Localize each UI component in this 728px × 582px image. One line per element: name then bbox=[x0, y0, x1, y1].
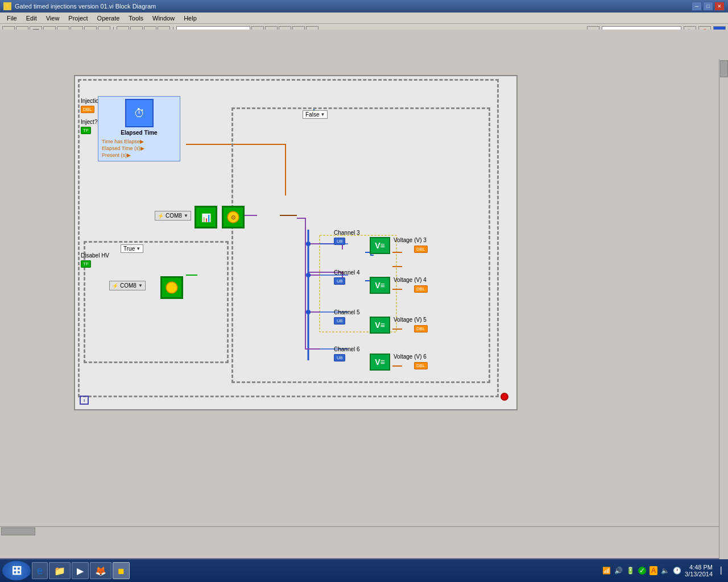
com8-dropdown-2[interactable]: ▼ bbox=[138, 283, 143, 288]
loop-counter-indicator: i bbox=[80, 396, 89, 405]
voltage-6-section: V≡ Voltage (V) 6 DBL bbox=[370, 354, 390, 371]
voltage-4-dbl[interactable]: DBL bbox=[414, 285, 428, 293]
channel-5-label: Channel 5 bbox=[334, 309, 360, 315]
voltage-5-dbl[interactable]: DBL bbox=[414, 325, 428, 332]
block-diagram-canvas[interactable]: i False ▼ Injection Time (s) DBL Inject?… bbox=[74, 75, 518, 410]
disable-hv-node: Disabel HV TF bbox=[81, 252, 109, 267]
firefox-icon: 🦊 bbox=[95, 566, 106, 576]
window-title: Gated timed injections version 01.vi Blo… bbox=[15, 3, 156, 10]
media-icon: ▶ bbox=[77, 566, 84, 576]
scroll-thumb-h[interactable] bbox=[1, 527, 35, 535]
minimize-button[interactable]: ─ bbox=[692, 2, 702, 11]
ie-icon: e bbox=[37, 565, 43, 577]
tray-show-desktop[interactable]: ▕ bbox=[716, 567, 721, 575]
channel-6-u8[interactable]: U8 bbox=[334, 354, 345, 361]
start-button[interactable]: ⊞ bbox=[2, 561, 31, 580]
et-output-0: Time has Elapse▶ bbox=[101, 138, 177, 145]
func-block-3[interactable] bbox=[160, 276, 183, 299]
com8-label-1: COM8 bbox=[166, 213, 182, 219]
tray-clock-icon: 🕐 bbox=[673, 567, 681, 575]
menu-bar: File Edit View Project Operate Tools Win… bbox=[0, 13, 728, 24]
true-label: True bbox=[123, 246, 135, 252]
com8-dropdown-1[interactable]: ▼ bbox=[184, 213, 188, 218]
tray-date-display: 3/13/2014 bbox=[685, 571, 713, 577]
func-icon-1: 📊 bbox=[195, 206, 217, 228]
windows-logo: ⊞ bbox=[11, 563, 22, 578]
menu-edit[interactable]: Edit bbox=[22, 14, 42, 23]
disable-hv-tf[interactable]: TF bbox=[81, 260, 91, 268]
tray-network-icon: 📶 bbox=[602, 567, 611, 575]
taskbar-files[interactable]: 📁 bbox=[49, 562, 71, 579]
com8-selector-2[interactable]: ⚡ COM8 ▼ bbox=[109, 281, 146, 290]
true-selector[interactable]: True ▼ bbox=[121, 244, 143, 253]
com8-label-2: COM8 bbox=[120, 282, 136, 289]
voltage-3-dbl[interactable]: DBL bbox=[414, 246, 428, 253]
channel-3-u8[interactable]: U8 bbox=[334, 238, 345, 245]
false-selector[interactable]: False ▼ bbox=[303, 110, 328, 119]
inject-node: Inject? TF bbox=[81, 119, 97, 133]
voltage-3-section: V≡ Voltage (V) 3 DBL bbox=[370, 237, 390, 254]
maximize-button[interactable]: □ bbox=[703, 2, 713, 11]
scrollbar-horizontal[interactable] bbox=[0, 526, 719, 535]
true-dropdown-arrow[interactable]: ▼ bbox=[136, 246, 140, 251]
voltage-3-block[interactable]: V≡ bbox=[370, 237, 390, 254]
com-icon-1: ⚡ bbox=[158, 213, 164, 219]
taskbar-firefox[interactable]: 🦊 bbox=[90, 562, 111, 579]
voltage-5-label: Voltage (V) 5 bbox=[394, 317, 427, 323]
taskbar-labview[interactable]: ◼ bbox=[113, 562, 130, 579]
scrollbar-vertical[interactable] bbox=[719, 59, 728, 571]
inject-label: Inject? bbox=[81, 119, 97, 125]
voltage-6-dbl[interactable]: DBL bbox=[414, 362, 428, 369]
voltage-5-section: V≡ Voltage (V) 5 DBL bbox=[370, 317, 390, 334]
voltage-4-block[interactable]: V≡ bbox=[370, 277, 390, 294]
taskbar: ⊞ e 📁 ▶ 🦊 ◼ 📶 🔊 🔋 ✓ A 🔈 🕐 4:48 PM 3/13/2… bbox=[0, 559, 728, 582]
channel-3-section: Channel 3 U8 bbox=[334, 230, 360, 244]
tray-battery-icon: 🔋 bbox=[626, 567, 635, 575]
scroll-thumb-v[interactable] bbox=[720, 60, 728, 77]
menu-file[interactable]: File bbox=[2, 14, 22, 23]
svg-text:⊙: ⊙ bbox=[231, 214, 235, 221]
channel-5-u8[interactable]: U8 bbox=[334, 317, 345, 325]
elapsed-time-icon: ⏱ bbox=[125, 99, 154, 127]
files-icon: 📁 bbox=[54, 566, 65, 576]
menu-window[interactable]: Window bbox=[148, 14, 179, 23]
svg-text:📊: 📊 bbox=[201, 213, 212, 223]
injection-dbl-terminal[interactable]: DBL bbox=[81, 106, 94, 113]
voltage-4-label: Voltage (V) 4 bbox=[394, 277, 427, 283]
voltage-5-block[interactable]: V≡ bbox=[370, 317, 390, 334]
svg-point-17 bbox=[166, 282, 177, 293]
elapsed-time-block: ⏱ Elapsed Time Time has Elapse▶ Elapsed … bbox=[98, 96, 180, 161]
func-block-1[interactable]: 📊 bbox=[195, 206, 217, 228]
menu-tools[interactable]: Tools bbox=[124, 14, 148, 23]
channel-5-section: Channel 5 U8 bbox=[334, 309, 360, 323]
false-dropdown-arrow[interactable]: ▼ bbox=[320, 112, 325, 117]
close-button[interactable]: ✕ bbox=[714, 2, 725, 11]
elapsed-time-title: Elapsed Time bbox=[101, 130, 177, 136]
func-block-2[interactable]: ⊙ bbox=[222, 206, 245, 228]
channel-3-label: Channel 3 bbox=[334, 230, 360, 236]
channel-4-u8[interactable]: U8 bbox=[334, 277, 345, 285]
menu-help[interactable]: Help bbox=[179, 14, 201, 23]
tray-datetime[interactable]: 4:48 PM 3/13/2014 bbox=[685, 564, 713, 577]
inject-tf-terminal[interactable]: TF bbox=[81, 127, 91, 134]
channel-6-label: Channel 6 bbox=[334, 346, 360, 352]
labview-icon: ◼ bbox=[118, 566, 125, 575]
voltage-6-block[interactable]: V≡ bbox=[370, 354, 390, 371]
tray-speakers-icon: 🔈 bbox=[661, 567, 669, 575]
false-loop bbox=[231, 107, 490, 383]
channel-6-section: Channel 6 U8 bbox=[334, 346, 360, 360]
com8-selector-1[interactable]: ⚡ COM8 ▼ bbox=[155, 211, 191, 221]
tray-antivirus-icon: A bbox=[650, 566, 657, 575]
app-icon: ⚡ bbox=[3, 2, 11, 10]
menu-operate[interactable]: Operate bbox=[93, 14, 125, 23]
disable-hv-label: Disabel HV bbox=[81, 252, 109, 259]
loop-stop-indicator[interactable] bbox=[500, 393, 508, 401]
taskbar-ie[interactable]: e bbox=[32, 562, 48, 579]
menu-view[interactable]: View bbox=[42, 14, 64, 23]
menu-project[interactable]: Project bbox=[64, 14, 92, 23]
taskbar-media[interactable]: ▶ bbox=[72, 562, 89, 579]
main-area: i False ▼ Injection Time (s) DBL Inject?… bbox=[0, 30, 728, 558]
tray-time-display: 4:48 PM bbox=[685, 564, 713, 571]
et-output-2: Present (s)▶ bbox=[101, 152, 177, 159]
et-output-1: Elapsed Time (s)▶ bbox=[101, 145, 177, 152]
